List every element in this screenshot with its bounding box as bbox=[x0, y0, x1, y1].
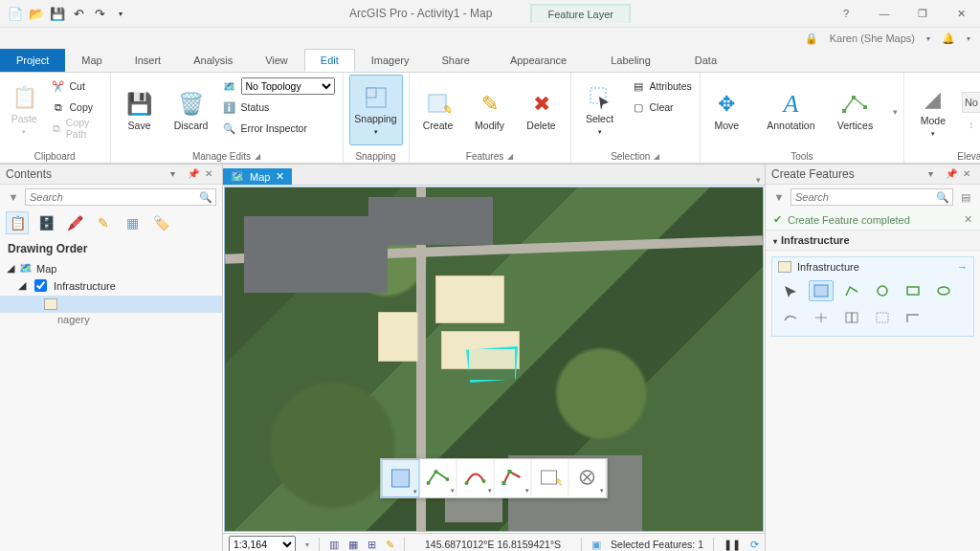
minimize-button[interactable]: — bbox=[865, 0, 903, 27]
qat-undo-icon[interactable]: ↶ bbox=[71, 6, 86, 21]
tab-project[interactable]: Project bbox=[0, 49, 65, 72]
qat-dropdown-icon[interactable]: ▾ bbox=[113, 6, 128, 21]
delete-button[interactable]: ✖Delete bbox=[519, 75, 565, 145]
save-edits-button[interactable]: 💾Save bbox=[117, 75, 163, 145]
tool-trace[interactable]: ▾ bbox=[495, 459, 532, 496]
dismiss-message-icon[interactable]: ✕ bbox=[964, 213, 972, 226]
tool-line-segment[interactable]: ▾ bbox=[420, 459, 457, 496]
tab-appearance[interactable]: Appearance bbox=[501, 49, 575, 72]
qat-project-icon[interactable]: 📄 bbox=[8, 6, 23, 21]
sb-btn3[interactable]: ⊞ bbox=[368, 539, 376, 550]
notifications-icon[interactable]: 🔔 bbox=[942, 33, 955, 45]
list-by-selection[interactable]: 🖍️ bbox=[63, 211, 86, 234]
qat-redo-icon[interactable]: ↷ bbox=[92, 6, 107, 21]
list-by-source[interactable]: 🗄️ bbox=[34, 211, 57, 234]
collapse-icon[interactable]: ◢ bbox=[17, 279, 27, 292]
elevation-mode-button[interactable]: ◢Mode▾ bbox=[910, 77, 956, 147]
tool-rectangle[interactable] bbox=[901, 280, 925, 301]
tab-analysis[interactable]: Analysis bbox=[177, 49, 249, 72]
tools-gallery-expand[interactable]: ▾ bbox=[893, 107, 898, 117]
discard-edits-button[interactable]: 🗑️Discard bbox=[168, 75, 214, 145]
tool-freehand[interactable] bbox=[839, 280, 864, 301]
tab-data[interactable]: Data bbox=[686, 49, 725, 72]
dialog-launcher-icon[interactable]: ◢ bbox=[255, 152, 260, 161]
move-tool-button[interactable]: ✥Move bbox=[706, 75, 747, 145]
tool-split[interactable] bbox=[809, 307, 834, 328]
map-canvas[interactable]: ▾ ▾ ▾ ▾ ✎ ▾ bbox=[224, 187, 764, 532]
list-by-drawing-order[interactable]: 📋 bbox=[6, 211, 29, 234]
autohide-icon[interactable]: 📌 bbox=[946, 168, 957, 180]
tab-map[interactable]: Map bbox=[65, 49, 118, 72]
modify-features-button[interactable]: ✎Modify bbox=[467, 75, 513, 145]
snapping-button[interactable]: Snapping ▾ bbox=[349, 75, 403, 145]
sb-btn2[interactable]: ▦ bbox=[348, 539, 358, 550]
select-button[interactable]: Select▾ bbox=[577, 75, 623, 145]
tab-share[interactable]: Share bbox=[426, 49, 486, 72]
user-menu-chevron-icon[interactable]: ▾ bbox=[926, 34, 930, 43]
edit-vertices-button[interactable]: Vertices bbox=[835, 75, 876, 145]
layer-infrastructure-row[interactable]: ◢Infrastructure bbox=[0, 276, 222, 296]
tool-arc-segment[interactable]: ▾ bbox=[457, 459, 495, 496]
list-by-snapping[interactable]: ▦ bbox=[121, 211, 144, 234]
close-pane-icon[interactable]: ✕ bbox=[963, 168, 974, 180]
ribbon-collapse-chevron-icon[interactable]: ▾ bbox=[967, 34, 970, 43]
tool-ellipse[interactable] bbox=[931, 280, 956, 301]
pane-menu-icon[interactable]: ▾ bbox=[170, 168, 182, 180]
help-button[interactable]: ? bbox=[827, 0, 865, 27]
sb-btn1[interactable]: ▥ bbox=[329, 539, 339, 550]
tab-labeling[interactable]: Labeling bbox=[602, 49, 659, 72]
qat-open-icon[interactable]: 📂 bbox=[29, 6, 44, 21]
tool-circle[interactable] bbox=[870, 280, 895, 301]
open-template-icon[interactable]: → bbox=[957, 261, 968, 273]
tool-polygon[interactable] bbox=[809, 280, 834, 301]
maximize-button[interactable]: ❐ bbox=[903, 0, 942, 27]
collapse-icon[interactable]: ▾ bbox=[773, 237, 777, 246]
autohide-icon[interactable]: 📌 bbox=[188, 168, 199, 180]
filter-icon[interactable]: ▼ bbox=[6, 191, 21, 203]
selected-features-icon[interactable]: ▣ bbox=[591, 539, 601, 550]
selected-feature[interactable] bbox=[466, 346, 518, 383]
map-view-tab[interactable]: 🗺️Map✕ bbox=[223, 168, 292, 185]
error-inspector-button[interactable]: 🔍Error Inspector bbox=[220, 119, 337, 138]
clear-selection-button[interactable]: ▢Clear bbox=[629, 98, 694, 117]
copy-path-button[interactable]: ⧉Copy Path bbox=[49, 119, 104, 138]
tab-view[interactable]: View bbox=[249, 49, 304, 72]
topology-selector[interactable]: 🗺️No Topology bbox=[220, 77, 337, 96]
tool-autocomplete-polygon[interactable] bbox=[839, 307, 864, 328]
view-menu-icon[interactable]: ▾ bbox=[756, 175, 761, 185]
create-features-button[interactable]: ✎Create bbox=[415, 75, 461, 145]
user-name[interactable]: Karen (She Maps) bbox=[830, 33, 915, 44]
tool-autocomplete-freehand[interactable] bbox=[870, 307, 895, 328]
attributes-button[interactable]: ▤Attributes bbox=[629, 77, 694, 96]
annotation-tool-button[interactable]: AAnnotation bbox=[765, 75, 817, 145]
template-card[interactable]: Infrastructure → bbox=[771, 256, 974, 337]
dialog-launcher-icon[interactable]: ◢ bbox=[507, 152, 513, 161]
refresh-button[interactable]: ⟳ bbox=[750, 539, 759, 550]
tool-stream[interactable] bbox=[778, 307, 803, 328]
map-frame-row[interactable]: ◢🗺️Map bbox=[0, 261, 222, 276]
layer-visibility-checkbox[interactable] bbox=[34, 279, 47, 292]
copy-button[interactable]: ⧉Copy bbox=[49, 98, 104, 117]
search-icon[interactable]: 🔍 bbox=[196, 191, 215, 204]
paste-button[interactable]: 📋 Paste ▾ bbox=[6, 75, 43, 145]
qat-save-icon[interactable]: 💾 bbox=[50, 6, 65, 21]
status-button[interactable]: ℹ️Status bbox=[220, 98, 337, 117]
contextual-tab-feature-layer[interactable]: Feature Layer bbox=[530, 4, 630, 23]
list-by-labeling[interactable]: 🏷️ bbox=[149, 211, 172, 234]
tool-cancel-sketch[interactable]: ▾ bbox=[569, 459, 607, 496]
pause-drawing-button[interactable]: ❚❚ bbox=[724, 539, 741, 550]
scale-selector[interactable]: 1:3,164 bbox=[229, 536, 296, 551]
close-map-tab-icon[interactable]: ✕ bbox=[276, 170, 284, 183]
close-pane-icon[interactable]: ✕ bbox=[205, 168, 216, 180]
close-button[interactable]: ✕ bbox=[942, 0, 980, 27]
tool-right-angle[interactable]: ✎ bbox=[532, 459, 569, 496]
filter-icon[interactable]: ▼ bbox=[771, 191, 787, 203]
contents-search-input[interactable]: 🔍 bbox=[25, 188, 216, 206]
search-icon[interactable]: 🔍 bbox=[933, 191, 952, 204]
dialog-launcher-icon[interactable]: ◢ bbox=[654, 152, 659, 161]
collapse-icon[interactable]: ◢ bbox=[6, 262, 15, 275]
manage-templates-icon[interactable]: ▤ bbox=[957, 191, 974, 204]
templates-search-input[interactable]: 🔍 bbox=[791, 188, 953, 206]
sb-btn4[interactable]: ✎ bbox=[386, 539, 394, 550]
tab-edit[interactable]: Edit bbox=[304, 49, 355, 72]
